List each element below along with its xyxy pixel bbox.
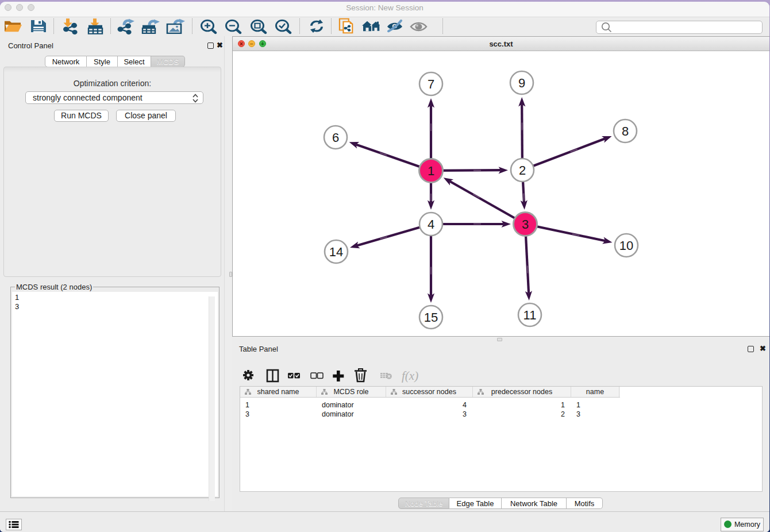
svg-text:11: 11 [523, 308, 537, 322]
svg-text:9: 9 [518, 76, 525, 90]
svg-text:1: 1 [428, 164, 434, 178]
svg-text:4: 4 [428, 217, 434, 232]
svg-text:14: 14 [329, 245, 343, 259]
svg-text:2: 2 [519, 163, 526, 178]
svg-text:f(x): f(x) [402, 369, 418, 383]
svg-text:10: 10 [619, 238, 633, 253]
svg-text:7: 7 [428, 77, 434, 91]
svg-text:15: 15 [424, 310, 438, 325]
svg-text:3: 3 [522, 217, 529, 232]
svg-text:6: 6 [332, 130, 339, 145]
svg-text:8: 8 [622, 124, 629, 138]
